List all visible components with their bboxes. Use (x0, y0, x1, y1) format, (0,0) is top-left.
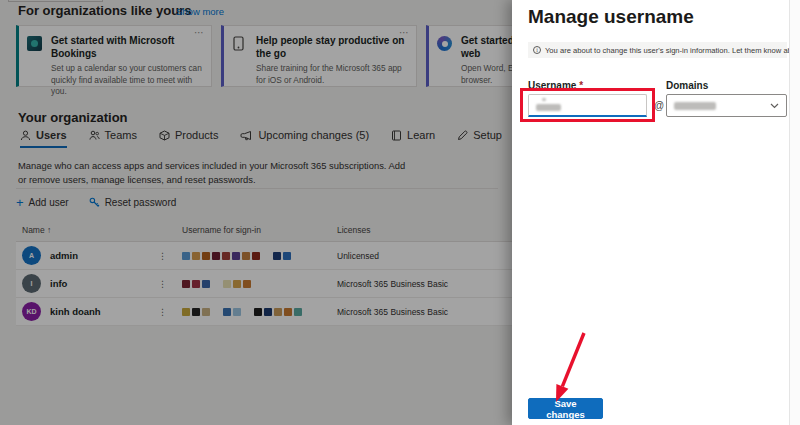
username-label: Username * (528, 80, 583, 91)
username-input[interactable] (528, 94, 647, 117)
panel-title: Manage username (528, 6, 694, 28)
redacted-domain-value (674, 102, 716, 110)
required-marker: * (579, 80, 583, 91)
info-message: You are about to change this user's sign… (545, 46, 800, 55)
redacted-username-value (542, 98, 546, 101)
annotation-arrow (512, 0, 800, 425)
save-changes-button[interactable]: Save changes (528, 398, 603, 419)
chevron-down-icon (770, 103, 779, 109)
microsoft-365-admin-screen: For organizations like yours Show more ⋯… (0, 0, 800, 425)
info-icon: i (533, 46, 541, 54)
panel-scrollbar[interactable] (789, 0, 800, 425)
domains-label: Domains (666, 80, 708, 91)
modal-dim-overlay (0, 0, 512, 425)
info-message-bar: i You are about to change this user's si… (528, 42, 787, 58)
domains-dropdown[interactable] (666, 94, 787, 117)
at-symbol: @ (654, 100, 664, 111)
redacted-username-value (536, 104, 561, 111)
manage-username-panel: Manage username i You are about to chang… (512, 0, 800, 425)
